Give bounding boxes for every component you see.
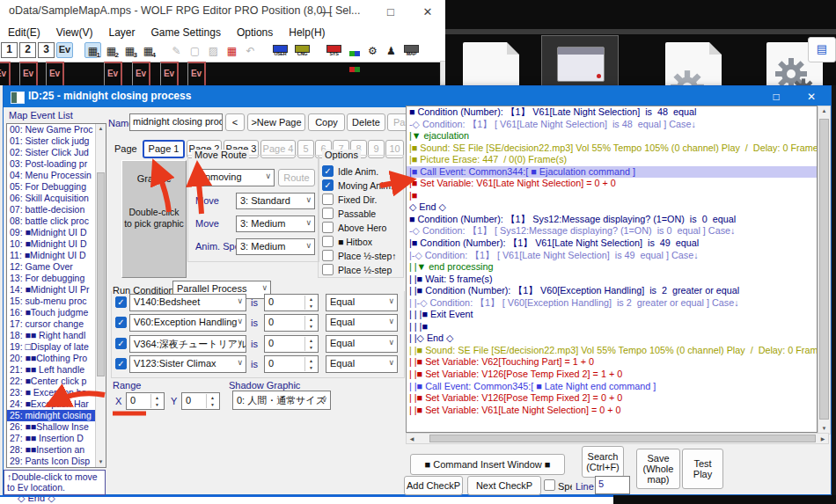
tile-mode-4-button[interactable]: ▦4: [140, 42, 157, 58]
list-item[interactable]: 01: Sister click judg: [7, 135, 98, 147]
option-passable[interactable]: Passable: [322, 208, 401, 221]
changeable-db-button[interactable]: CNG: [292, 42, 312, 58]
dialog-close-button[interactable]: ✕: [794, 86, 829, 107]
list-item[interactable]: 14: ■Midnight UI Pr: [7, 284, 98, 296]
command-list-vscrollbar[interactable]: ▲ ▼: [818, 106, 831, 435]
scrollbar-thumb[interactable]: [429, 435, 816, 442]
option-above-hero[interactable]: Above Hero: [322, 222, 401, 235]
scroll-up-icon[interactable]: ▲: [818, 106, 830, 116]
layer-1-button[interactable]: 1: [1, 42, 18, 58]
list-item[interactable]: 00: New Game Proc: [7, 124, 98, 135]
list-item[interactable]: 08: battle click proc: [7, 215, 98, 227]
command-line[interactable]: | | |■: [407, 321, 817, 333]
shadow-graphic-select[interactable]: 0: 人間・通常サイズ∨: [232, 391, 331, 410]
dialog-maximize-button[interactable]: □: [759, 86, 794, 107]
main-maximize-button[interactable]: □: [373, 0, 408, 24]
option---hitbox[interactable]: ■ Hitbox: [322, 236, 401, 249]
menu-layer[interactable]: Layer: [108, 26, 135, 39]
command-line[interactable]: | |▼ end processing: [407, 261, 817, 274]
option-idle-anim-[interactable]: ✓Idle Anim.: [322, 165, 401, 179]
list-item[interactable]: 18: ■■ Right handl: [7, 330, 98, 341]
command-line[interactable]: | |■ Set Variable: V126[Pose Temp Fixed …: [407, 392, 817, 405]
condition-checkbox[interactable]: ✓: [115, 338, 127, 349]
range-y-input[interactable]: 0 ▲▼: [181, 392, 220, 410]
menu-view[interactable]: View(V): [56, 26, 93, 39]
command-line[interactable]: |■ Picture Erase: 447 / 0(0) Frame(s): [407, 154, 817, 166]
command-line[interactable]: |■ Call Event: Common344:[ ■ Ejaculation…: [407, 166, 817, 179]
list-item[interactable]: 16: ■Touch judgme: [7, 307, 98, 318]
layer-3-button[interactable]: 3: [38, 42, 55, 58]
command-list-hscrollbar[interactable]: ◀ ▶: [406, 433, 829, 444]
new-page-button[interactable]: >New Page: [247, 113, 305, 131]
map-event-tile[interactable]: Ev: [104, 62, 122, 88]
list-item[interactable]: 09: ■Midnight UI D: [7, 227, 98, 238]
scrollbar-thumb[interactable]: [97, 172, 105, 376]
command-line[interactable]: -◇ Condition: 【1】 [ Sys12:Message displa…: [407, 225, 817, 237]
command-line[interactable]: |▼ ejaculation: [407, 130, 817, 142]
font-file-icon[interactable]: あア亜: [463, 42, 519, 85]
pencil-tool-button[interactable]: ✎: [168, 42, 185, 58]
list-item[interactable]: 04: Menu Processin: [7, 170, 98, 181]
condition-checkbox[interactable]: ✓: [115, 358, 127, 369]
command-line[interactable]: |■: [407, 190, 817, 202]
command-line[interactable]: |-◇ Condition: 【1】 [ V61[Late Night Sele…: [407, 250, 817, 262]
command-line[interactable]: | | |■ Exit Event: [407, 309, 817, 321]
tile-mode-3-button[interactable]: ▦3: [121, 42, 138, 58]
list-item[interactable]: 12: Game Over: [7, 261, 98, 273]
next-checkpoint-button[interactable]: Next CheckP: [467, 476, 541, 495]
resources-button[interactable]: [346, 42, 363, 58]
fill-tool-button[interactable]: ▨: [205, 42, 222, 58]
scroll-right-icon[interactable]: ▶: [818, 434, 828, 443]
command-line[interactable]: | |■ Set Variable: V126[Pose Temp Fixed …: [407, 369, 817, 381]
condition-checkbox[interactable]: ✓: [115, 317, 127, 328]
move-row-select[interactable]: 3: Medium∨: [236, 215, 315, 232]
map-event-tile[interactable]: Ev: [46, 62, 64, 88]
condition-value-input[interactable]: 0▲▼: [264, 335, 319, 353]
option-moving-anim-[interactable]: ✓Moving Anim.: [322, 179, 401, 193]
map-event-tile[interactable]: Ev: [132, 62, 150, 88]
command-line[interactable]: | |■ Call Event: Common345:[ ■ Late Nigh…: [407, 381, 817, 393]
map-event-tile[interactable]: Ev: [19, 62, 38, 88]
scroll-up-icon[interactable]: ▲: [96, 124, 106, 134]
condition-variable-select[interactable]: V364:深夜チュートリアル∨: [129, 335, 246, 353]
command-line[interactable]: |■ Set Variable: V61[Late Night Selectio…: [407, 178, 817, 190]
command-line[interactable]: | |■ Set Variable: V62[Touching Part] = …: [407, 356, 817, 369]
condition-comparison-select[interactable]: Equal∨: [326, 294, 398, 311]
checkbox[interactable]: [322, 222, 334, 233]
list-item[interactable]: 06: Skill Acquisition: [7, 193, 98, 204]
list-item[interactable]: 11: ■Midnight UI D: [7, 250, 98, 261]
checkbox[interactable]: [322, 236, 334, 247]
list-item[interactable]: 29: Pants Icon Disp: [7, 456, 98, 467]
main-minimize-button[interactable]: —: [308, 0, 343, 24]
map-event-tile[interactable]: Ev: [160, 62, 179, 88]
movement-type-select[interactable]: Unmoving∨: [194, 169, 275, 186]
condition-value-input[interactable]: 0▲▼: [264, 355, 319, 373]
route-button[interactable]: Route: [278, 169, 315, 186]
selected-file-highlight[interactable]: [541, 35, 619, 85]
common-events-button[interactable]: ♟: [383, 42, 400, 58]
list-item[interactable]: 10: ■Midnight UI D: [7, 238, 98, 250]
command-line[interactable]: | |◇ End ◇: [407, 332, 817, 345]
option-place---step[interactable]: Place ½-step: [322, 264, 401, 277]
undo-button[interactable]: ↶: [242, 42, 259, 58]
command-line[interactable]: ■ Condition (Number): 【1】 V61[Late Night…: [407, 106, 817, 119]
list-item[interactable]: 19: □Display of late: [7, 341, 98, 353]
command-line[interactable]: | |■ Condition (Number): 【1】 V60[Excepti…: [407, 285, 817, 297]
list-item[interactable]: 27: ■■ Insertion D: [7, 433, 98, 444]
list-item[interactable]: 24: ■Exception Har: [7, 398, 98, 410]
menu-edit[interactable]: Edit(E): [8, 26, 40, 39]
condition-value-input[interactable]: 0▲▼: [264, 314, 319, 332]
list-item[interactable]: 15: sub-menu proc: [7, 296, 98, 307]
system-db-button[interactable]: SYS: [324, 42, 344, 58]
command-line[interactable]: |■ Sound: SE File [SE/decision22.mp3] Vo…: [407, 142, 817, 155]
command-line[interactable]: ■ Condition (Number): 【1】 Sys12:Message …: [407, 214, 817, 226]
checkbox[interactable]: [322, 194, 334, 205]
add-checkpoint-button[interactable]: Add CheckP: [404, 476, 463, 495]
checkbox[interactable]: [322, 208, 334, 219]
checkbox[interactable]: ✓: [322, 165, 334, 177]
list-item[interactable]: 22: ■Center click p: [7, 376, 98, 387]
tab-page-1[interactable]: Page 1: [143, 140, 185, 158]
command-line[interactable]: | |-◇ Condition: 【1】 [ V60[Exception Han…: [407, 297, 817, 310]
map-canvas[interactable]: EvEvEvEvEvEvEv: [0, 62, 445, 85]
command-line[interactable]: -◇ Condition: 【1】 [ V61[Late Night Selec…: [407, 119, 817, 131]
